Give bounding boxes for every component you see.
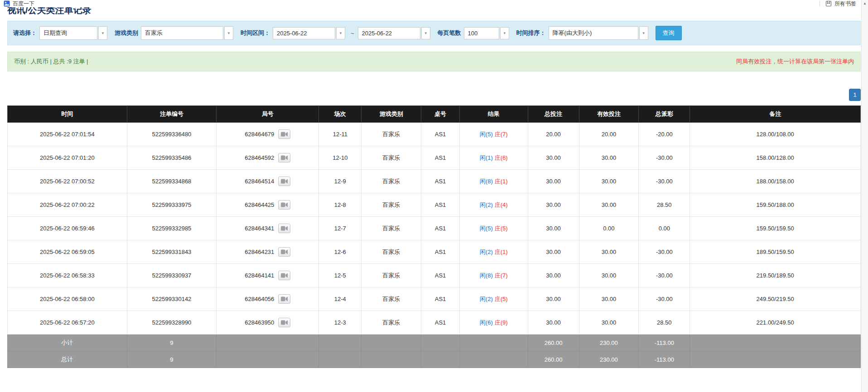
- cell-payout: -20.00: [639, 123, 690, 146]
- chevron-down-icon[interactable]: ▼: [336, 27, 345, 39]
- cell-payout: 28.50: [639, 193, 690, 217]
- cell-total-bet[interactable]: 30.00: [528, 287, 579, 311]
- cell-round-id: 628464425: [217, 193, 319, 217]
- cell-valid-bet: 0.00: [579, 217, 639, 240]
- page-size-combobox[interactable]: 100 ▼: [464, 27, 509, 39]
- cell-total-bet[interactable]: 30.00: [528, 193, 579, 217]
- result-player: 闲(1): [480, 154, 493, 161]
- cell-table-no: AS1: [421, 170, 460, 193]
- cell-result: 闲(1)庄(6): [459, 146, 528, 170]
- video-replay-button[interactable]: [278, 153, 290, 163]
- cell-session: 12-11: [319, 123, 362, 146]
- game-type-combobox[interactable]: 百家乐 ▼: [141, 26, 233, 40]
- subtotal-row: 小计 9 260.00 230.00 -113.00: [8, 335, 861, 351]
- result-player: 闲(6): [480, 319, 493, 326]
- chevron-down-icon[interactable]: ▼: [421, 27, 430, 39]
- sort-combobox[interactable]: 降幂(由大到小) ▼: [549, 26, 648, 40]
- cell-remark: 221.00/249.50: [690, 311, 861, 335]
- subtotal-empty-cell: [217, 335, 319, 351]
- page-size-label: 每页笔数: [438, 29, 461, 37]
- chevron-down-icon[interactable]: ▼: [98, 26, 107, 40]
- video-replay-button[interactable]: [278, 224, 290, 233]
- total-valid-bet: 230.00: [579, 351, 639, 368]
- total-empty-cell: [459, 351, 528, 368]
- bookmarks-folder-icon: [825, 0, 832, 7]
- chevron-down-icon[interactable]: ▼: [639, 26, 648, 40]
- browser-bookmarks-bar: 百度一下 所有书签: [0, 0, 868, 7]
- cell-bet-id: 522599331843: [127, 240, 217, 264]
- video-camera-icon: [281, 296, 288, 301]
- video-replay-button[interactable]: [278, 247, 290, 257]
- range-separator: ~: [351, 30, 354, 37]
- video-replay-button[interactable]: [278, 294, 290, 304]
- cell-game-type: 百家乐: [362, 170, 421, 193]
- all-bookmarks[interactable]: 所有书签: [834, 0, 856, 8]
- video-replay-button[interactable]: [278, 318, 290, 327]
- cell-bet-id: 522599336480: [127, 123, 217, 146]
- page-scrollbar[interactable]: ▲: [861, 0, 868, 392]
- result-banker: 庄(7): [495, 272, 508, 279]
- table-body: 2025-06-22 07:01:54 522599336480 6284646…: [8, 123, 861, 335]
- query-type-combobox[interactable]: 日期查询 ▼: [39, 26, 107, 40]
- search-button[interactable]: 查询: [656, 26, 682, 40]
- notice-bar: 币别 : 人民币 | 总共 :9 注单 | 同局有效投注，统一计算在该局第一张注…: [7, 52, 861, 72]
- table-row: 2025-06-22 06:59:05 522599331843 6284642…: [8, 240, 861, 264]
- video-replay-button[interactable]: [278, 129, 290, 139]
- video-camera-icon: [281, 273, 288, 278]
- cell-round-id: 628463950: [217, 311, 319, 335]
- page-button-1[interactable]: 1: [849, 89, 861, 101]
- round-id-text: 628464679: [245, 131, 274, 138]
- video-replay-button[interactable]: [278, 177, 290, 186]
- cell-game-type: 百家乐: [362, 217, 421, 240]
- date-to-combobox[interactable]: 2025-06-22 ▼: [358, 27, 430, 39]
- cell-result: 闲(2)庄(5): [459, 287, 528, 311]
- table-row: 2025-06-22 07:00:22 522599333975 6284644…: [8, 193, 861, 217]
- cell-result: 闲(2)庄(4): [459, 193, 528, 217]
- cell-total-bet[interactable]: 30.00: [528, 170, 579, 193]
- result-player: 闲(2): [480, 249, 493, 255]
- scroll-up-icon[interactable]: ▲: [862, 0, 868, 5]
- cell-total-bet[interactable]: 30.00: [528, 217, 579, 240]
- date-from-value: 2025-06-22: [273, 27, 335, 39]
- table-row: 2025-06-22 07:01:20 522599335486 6284645…: [8, 146, 861, 170]
- cell-total-bet[interactable]: 30.00: [528, 146, 579, 170]
- total-empty-cell: [690, 351, 861, 368]
- bookmark-baidu[interactable]: 百度一下: [13, 0, 34, 8]
- cell-valid-bet: 30.00: [579, 146, 639, 170]
- cell-total-bet[interactable]: 30.00: [528, 240, 579, 264]
- cell-round-id: 628464341: [217, 217, 319, 240]
- cell-table-no: AS1: [421, 264, 460, 287]
- round-id-text: 628464341: [245, 225, 274, 232]
- cell-total-bet[interactable]: 30.00: [528, 311, 579, 335]
- cell-total-bet[interactable]: 30.00: [528, 264, 579, 287]
- subtotal-empty-cell: [690, 335, 861, 351]
- chevron-down-icon[interactable]: ▼: [224, 26, 233, 40]
- chevron-down-icon[interactable]: ▼: [500, 27, 509, 39]
- cell-total-bet[interactable]: 20.00: [528, 123, 579, 146]
- cell-time: 2025-06-22 06:57:20: [8, 311, 127, 335]
- cell-valid-bet: 30.00: [579, 240, 639, 264]
- cell-payout: -30.00: [639, 146, 690, 170]
- column-header: 有效投注: [579, 106, 639, 123]
- result-banker: 庄(9): [495, 319, 508, 326]
- currency-summary: 币别 : 人民币 | 总共 :9 注单 |: [14, 57, 88, 66]
- video-camera-icon: [281, 132, 288, 137]
- cell-game-type: 百家乐: [362, 287, 421, 311]
- cell-table-no: AS1: [421, 287, 460, 311]
- video-replay-button[interactable]: [278, 271, 290, 280]
- video-replay-button[interactable]: [278, 200, 290, 210]
- cell-remark: 188.00/158.00: [690, 170, 861, 193]
- result-player: 闲(2): [480, 296, 493, 302]
- cell-table-no: AS1: [421, 123, 460, 146]
- round-id-text: 628463950: [245, 319, 274, 326]
- cell-round-id: 628464679: [217, 123, 319, 146]
- video-camera-icon: [281, 179, 288, 184]
- cell-result: 闲(8)庄(7): [459, 264, 528, 287]
- cell-game-type: 百家乐: [362, 193, 421, 217]
- table-row: 2025-06-22 07:00:52 522599334868 6284645…: [8, 170, 861, 193]
- date-from-combobox[interactable]: 2025-06-22 ▼: [273, 27, 345, 39]
- cell-game-type: 百家乐: [362, 311, 421, 335]
- cell-bet-id: 522599332985: [127, 217, 217, 240]
- cell-table-no: AS1: [421, 193, 460, 217]
- cell-result: 闲(5)庄(5): [459, 217, 528, 240]
